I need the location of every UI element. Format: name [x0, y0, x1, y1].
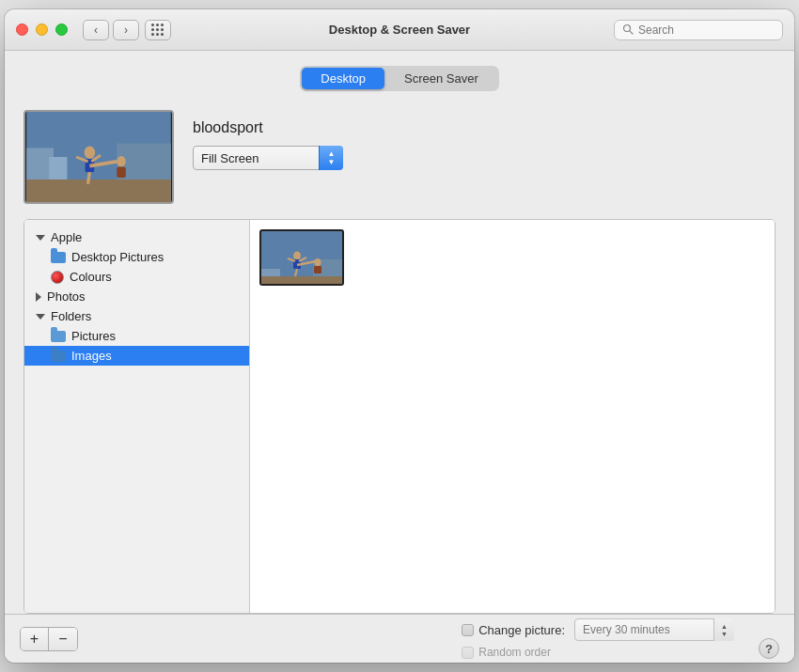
svg-rect-6 [26, 180, 171, 202]
segmented-control: Desktop Screen Saver [24, 66, 776, 91]
expand-icon [36, 292, 41, 302]
tab-desktop[interactable]: Desktop [302, 68, 384, 89]
sidebar-item-pictures[interactable]: Pictures [24, 326, 249, 346]
preview-section: bloodsport Fill Screen Fit to Screen Str… [24, 110, 776, 204]
help-button[interactable]: ? [759, 638, 779, 659]
sidebar-item-label: Desktop Pictures [71, 250, 164, 264]
collapse-icon [36, 235, 45, 241]
random-order-checkbox[interactable] [462, 647, 474, 659]
window-title: Desktop & Screen Saver [329, 23, 470, 37]
grid-view-button[interactable] [145, 20, 171, 40]
svg-point-25 [315, 258, 321, 266]
traffic-lights [16, 23, 68, 36]
change-picture-row: Change picture: Every 5 seconds Every 1 … [462, 618, 734, 641]
window: ‹ › Desktop & Screen Saver D [5, 9, 794, 663]
random-order-label: Random order [478, 646, 551, 659]
sidebar: Apple Desktop Pictures Colours Photos [24, 220, 250, 613]
images-area [250, 220, 775, 613]
minimize-button[interactable] [36, 23, 48, 36]
sidebar-item-photos[interactable]: Photos [24, 287, 249, 306]
sidebar-item-folders[interactable]: Folders [24, 306, 249, 326]
sidebar-item-label: Pictures [71, 329, 116, 343]
sidebar-item-desktop-pictures[interactable]: Desktop Pictures [24, 247, 249, 267]
add-remove-buttons: + − [20, 627, 78, 651]
titlebar: ‹ › Desktop & Screen Saver [5, 9, 794, 51]
svg-rect-26 [314, 266, 321, 273]
interval-dropdown-wrapper: Every 5 seconds Every 1 minute Every 5 m… [574, 618, 734, 641]
maximize-button[interactable] [55, 23, 68, 36]
bottom-bar: + − Change picture: Every 5 seconds Ever… [5, 614, 794, 663]
svg-point-7 [85, 146, 96, 158]
svg-point-13 [117, 156, 126, 167]
sidebar-item-label: Folders [51, 309, 91, 323]
sidebar-item-colours[interactable]: Colours [24, 267, 249, 287]
search-bar[interactable] [614, 20, 783, 40]
segment-wrapper: Desktop Screen Saver [300, 66, 498, 91]
bottom-right-section: Change picture: Every 5 seconds Every 1 … [462, 618, 734, 659]
fill-screen-select[interactable]: Fill Screen Fit to Screen Stretch to Fil… [193, 146, 343, 170]
sidebar-item-label: Apple [51, 230, 82, 244]
wallpaper-name: bloodsport [193, 119, 343, 136]
random-order-checkbox-wrapper[interactable]: Random order [462, 646, 551, 659]
folder-pictures-icon [51, 331, 66, 342]
svg-line-10 [87, 172, 89, 183]
help-section: ? [759, 615, 779, 663]
svg-line-1 [630, 30, 633, 33]
svg-point-19 [293, 252, 301, 260]
interval-select[interactable]: Every 5 seconds Every 1 minute Every 5 m… [574, 618, 734, 641]
tab-screensaver[interactable]: Screen Saver [385, 68, 497, 89]
globe-icon [51, 271, 64, 284]
preview-controls: bloodsport Fill Screen Fit to Screen Str… [193, 110, 343, 170]
folder-images-icon [51, 351, 66, 362]
change-picture-checkbox-wrapper[interactable]: Change picture: [462, 623, 565, 637]
close-button[interactable] [16, 23, 28, 36]
remove-button[interactable]: − [49, 628, 77, 650]
fill-screen-dropdown-wrapper: Fill Screen Fit to Screen Stretch to Fil… [193, 146, 343, 170]
image-thumbnail[interactable] [259, 229, 344, 286]
grid-icon [151, 23, 164, 37]
sidebar-item-images[interactable]: Images [24, 346, 249, 366]
random-order-row: Random order [462, 646, 551, 659]
content-area: Desktop Screen Saver [5, 51, 794, 614]
change-picture-label: Change picture: [478, 623, 565, 637]
wallpaper-preview [24, 110, 174, 204]
main-panel: Apple Desktop Pictures Colours Photos [24, 219, 776, 614]
sidebar-item-apple[interactable]: Apple [24, 227, 249, 247]
nav-buttons: ‹ › [83, 20, 139, 40]
forward-button[interactable]: › [113, 20, 139, 40]
sidebar-item-label: Photos [47, 289, 85, 304]
folder-blue-icon [51, 252, 66, 263]
collapse-icon [36, 314, 45, 320]
svg-rect-18 [261, 276, 344, 286]
back-button[interactable]: ‹ [83, 20, 109, 40]
sidebar-item-label: Images [71, 349, 112, 363]
sidebar-item-label: Colours [70, 270, 112, 284]
search-input[interactable] [638, 23, 775, 37]
svg-rect-14 [117, 167, 126, 179]
search-icon [622, 23, 634, 37]
change-picture-checkbox[interactable] [462, 624, 474, 636]
add-button[interactable]: + [21, 628, 49, 650]
